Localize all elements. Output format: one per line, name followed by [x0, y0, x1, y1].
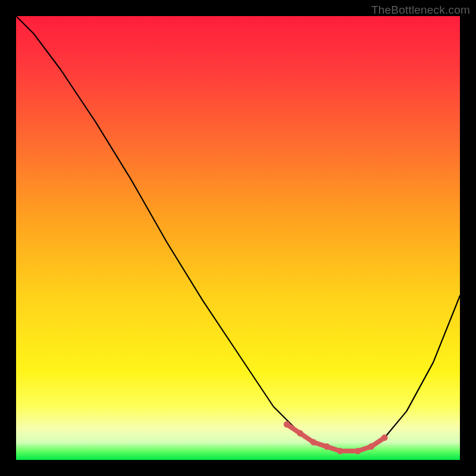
trough-marker-dot — [284, 421, 290, 427]
trough-marker-dot — [381, 435, 387, 441]
trough-marker-dot — [297, 430, 303, 436]
trough-marker-dot — [368, 444, 374, 450]
bottleneck-curve — [16, 16, 460, 451]
trough-marker-dot — [324, 444, 330, 450]
trough-marker-dot — [337, 448, 343, 454]
bottleneck-chart-svg — [16, 16, 460, 460]
trough-marker-dot — [311, 439, 317, 445]
watermark-text: TheBottleneck.com — [371, 4, 470, 17]
trough-marker-dot — [355, 448, 361, 454]
